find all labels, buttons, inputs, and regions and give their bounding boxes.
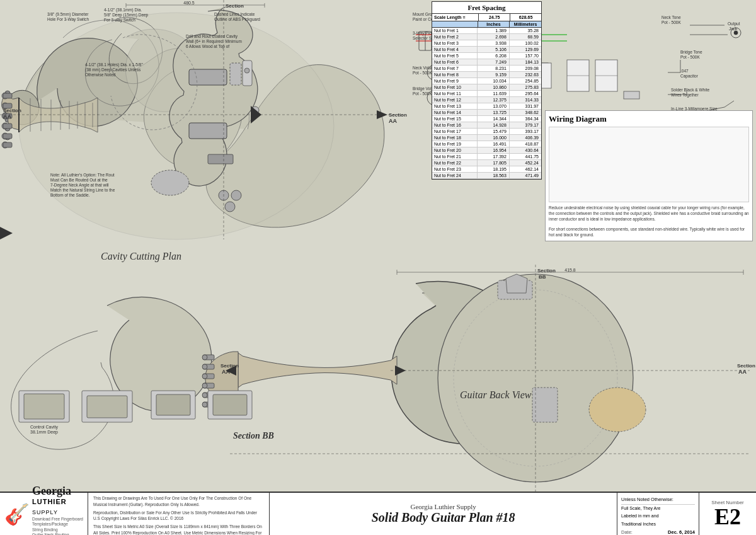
- fret-cell-mm: 430.64: [510, 147, 541, 153]
- title-section: Georgia Luthier Supply Solid Body Guitar…: [270, 493, 617, 535]
- fret-cell-label: Nut to Fret 11: [432, 91, 478, 96]
- svg-text:Hole For 3-Way Switch: Hole For 3-Way Switch: [47, 17, 89, 22]
- fret-cell-label: Nut to Fret 1: [432, 28, 478, 33]
- meta-date-row: Date: Dec. 6, 2014: [621, 528, 695, 535]
- main-drawing: Section AA Section AA Section 480.5: [0, 0, 756, 492]
- fret-cell-mm: 232.63: [510, 72, 541, 78]
- fret-cell-label: Nut to Fret 18: [432, 135, 478, 141]
- fret-cell-label: Nut to Fret 19: [432, 141, 478, 147]
- fret-row: Nut to Fret 2 2.698 68.59: [432, 34, 541, 40]
- fret-cell-inches: 1.389: [478, 28, 510, 33]
- logo-luthier-text: LUTHIER: [32, 498, 67, 505]
- svg-text:Wall (6+ in Required. Minimum: Wall (6+ in Required. Minimum: [186, 39, 242, 44]
- fret-cell-label: Nut to Fret 7: [432, 66, 478, 71]
- fret-row: Nut to Fret 20 16.954 430.64: [432, 147, 541, 154]
- fret-cell-mm: 406.39: [510, 135, 541, 141]
- svg-point-66: [202, 364, 207, 369]
- svg-point-68: [202, 383, 207, 388]
- fret-cell-inches: 5.106: [478, 47, 510, 52]
- svg-text:Bridge Tone: Bridge Tone: [680, 50, 702, 55]
- sheet-number: E2: [714, 505, 741, 528]
- fret-cell-inches: 14.928: [478, 122, 510, 128]
- svg-text:5/8" Deep (15mm) Deep: 5/8" Deep (15mm) Deep: [104, 13, 149, 18]
- svg-text:480.5: 480.5: [183, 1, 195, 5]
- disclaimer-section: This Drawing or Drawings Are To Used For…: [88, 493, 270, 535]
- svg-text:AA: AA: [738, 369, 747, 375]
- svg-rect-14: [3, 93, 12, 98]
- cavity-plan-label: Cavity Cutting Plan: [101, 251, 181, 262]
- title-company: Georgia Luthier Supply: [411, 503, 476, 510]
- wiring-diagram-title: Wiring Diagram: [549, 114, 749, 124]
- logo-sub-line: Download Free Fingerboard: [32, 517, 83, 522]
- fret-row: Nut to Fret 6 7.249 184.13: [432, 59, 541, 66]
- fret-cell-inches: 3.938: [478, 40, 510, 46]
- svg-text:Capacitor: Capacitor: [680, 74, 699, 79]
- svg-point-67: [202, 374, 207, 379]
- fret-scale-row: Scale Length = 24.75 628.65: [432, 14, 541, 21]
- logo-sub-line: String Binding: [32, 527, 83, 532]
- svg-text:Bottom of the Saddle.: Bottom of the Saddle.: [50, 193, 90, 197]
- note-line: Traditional Inches: [621, 521, 695, 529]
- wiring-diagram: Wiring Diagram Reduce undesirable electr…: [545, 110, 753, 241]
- fret-cell-mm: 418.87: [510, 141, 541, 147]
- logo-sub-line: Guitar Neck Routing: [32, 532, 83, 535]
- fret-cell-mm: 314.33: [510, 97, 541, 103]
- fret-col-hdr-inches: Inches: [478, 21, 510, 27]
- svg-rect-12: [230, 63, 241, 85]
- title-main: Solid Body Guitar Plan #18: [372, 510, 515, 525]
- fret-cell-label: Nut to Fret 15: [432, 116, 478, 122]
- svg-text:Must Can Be Routed Out at the: Must Can Be Routed Out at the: [50, 178, 108, 182]
- svg-rect-58: [532, 388, 558, 422]
- svg-rect-24: [3, 142, 12, 147]
- fret-row: Nut to Fret 3 3.938 100.02: [432, 40, 541, 47]
- logo-section: 🎸 Georgia LUTHIER SUPPLY Download Free F…: [0, 493, 88, 535]
- fret-row: Nut to Fret 7 8.231 209.08: [432, 66, 541, 72]
- svg-text:Pot - 500K: Pot - 500K: [680, 55, 700, 59]
- fret-cell-inches: 13.725: [478, 110, 510, 115]
- technical-drawing-svg: Section AA Section AA Section 480.5: [0, 0, 756, 492]
- fret-cell-inches: 7.249: [478, 59, 510, 65]
- fret-col-headers: Inches Millimeters: [432, 21, 541, 28]
- meta-date-val: Dec. 6, 2014: [668, 528, 695, 535]
- svg-rect-96: [213, 394, 247, 415]
- fret-cell-mm: 393.17: [510, 129, 541, 134]
- wiring-text-2: For short connections between components…: [549, 226, 749, 238]
- fret-scale-label: Scale Length =: [432, 14, 479, 21]
- fret-cell-mm: 331.97: [510, 103, 541, 109]
- fret-cell-label: Nut to Fret 5: [432, 53, 478, 59]
- logo-supply-text: SUPPLY: [32, 509, 58, 515]
- fret-cell-mm: 471.49: [510, 173, 541, 178]
- fret-cell-mm: 452.24: [510, 160, 541, 166]
- svg-text:Outline of ABS Pickguard: Outline of ABS Pickguard: [214, 17, 260, 22]
- svg-point-161: [734, 31, 738, 35]
- svg-text:6 Allows Wood at Top of: 6 Allows Wood at Top of: [186, 44, 229, 49]
- svg-text:Drill and Rout Coated Cavity: Drill and Rout Coated Cavity: [186, 34, 238, 39]
- svg-rect-9: [189, 123, 227, 139]
- fret-cell-mm: 462.14: [510, 166, 541, 172]
- section-bb-label: Section BB: [233, 431, 274, 441]
- note-line: Labeled in mm and: [621, 512, 695, 521]
- fret-cell-label: Nut to Fret 2: [432, 34, 478, 40]
- fret-row: Nut to Fret 9 10.034 254.85: [432, 78, 541, 84]
- svg-point-35: [244, 68, 249, 73]
- svg-text:Solder Black & White: Solder Black & White: [671, 88, 709, 92]
- svg-text:7-Degree Neck Angle at that wi: 7-Degree Neck Angle at that will: [50, 183, 109, 188]
- svg-text:Section: Section: [389, 112, 407, 118]
- fret-cell-inches: 8.231: [478, 66, 510, 71]
- guitar-icon: 🎸: [4, 502, 30, 526]
- fret-cell-mm: 379.17: [510, 122, 541, 128]
- bottom-bar: 🎸 Georgia LUTHIER SUPPLY Download Free F…: [0, 492, 756, 535]
- fret-cell-label: Nut to Fret 20: [432, 147, 478, 153]
- fret-cell-label: Nut to Fret 3: [432, 40, 478, 46]
- svg-text:4-1/2" (38.1mm) Dia.: 4-1/2" (38.1mm) Dia.: [104, 8, 142, 13]
- fret-row: Nut to Fret 23 18.195 462.14: [432, 166, 541, 173]
- fret-cell-label: Nut to Fret 22: [432, 160, 478, 166]
- fret-cell-inches: 6.208: [478, 53, 510, 59]
- fret-table-title: Fret Spacing: [432, 2, 541, 14]
- fret-row: Nut to Fret 11 11.639 295.64: [432, 91, 541, 97]
- svg-point-69: [202, 393, 207, 398]
- fret-cell-inches: 16.954: [478, 147, 510, 153]
- svg-point-38: [225, 202, 235, 212]
- fret-cell-inches: 9.159: [478, 72, 510, 78]
- fret-row: Nut to Fret 1 1.389 35.28: [432, 28, 541, 34]
